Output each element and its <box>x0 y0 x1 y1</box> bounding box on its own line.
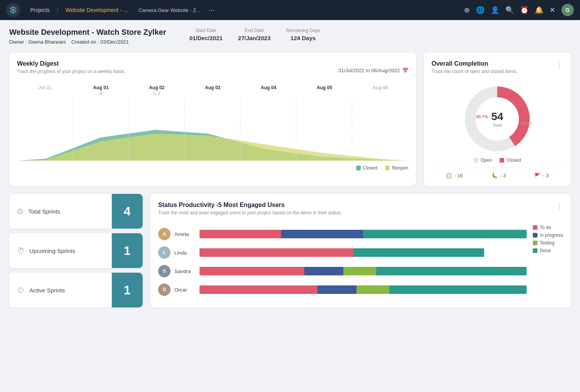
bar-legend-color <box>533 241 537 245</box>
digest-header: Weekly Digest Track the progress of your… <box>17 60 408 80</box>
stat2-value: - 3 <box>500 173 506 178</box>
remaining-days-item: Remaining Days 124 Days <box>286 28 320 41</box>
bar-legend-item: To do <box>533 225 563 230</box>
completion-legend: Open Closed <box>432 158 563 163</box>
owner-name: Geena Bharwani <box>28 39 66 45</box>
status-subtitle: Track the most and least engaged users i… <box>158 210 342 216</box>
project-info: Website Development - Watch Store Zylker… <box>9 28 166 45</box>
user-avatar: L <box>158 246 171 259</box>
bar-segment <box>200 285 317 294</box>
calendar-icon[interactable]: 📅 <box>402 68 408 73</box>
start-date-item: Start Date 01/Dec/2021 <box>189 28 223 41</box>
reopen-legend-label: Reopen <box>392 165 408 171</box>
completion-menu-dots[interactable]: ⋮ <box>555 60 563 70</box>
bar-container <box>200 230 527 238</box>
bar-segment <box>376 267 527 275</box>
weekly-digest-card: Weekly Digest Track the progress of your… <box>9 53 416 186</box>
svg-text:40.7%: 40.7% <box>476 114 488 119</box>
upcoming-sprints-card[interactable]: ⏱ Upcoming Sprints 1 <box>9 233 143 268</box>
sprint-active-icon: ⏲ <box>17 286 25 295</box>
user-row: OOmar <box>158 283 527 296</box>
sprint-icon-area-upcoming: ⏱ Upcoming Sprints <box>9 233 112 268</box>
bar-container <box>200 267 527 275</box>
user-row: LLinda <box>158 246 527 259</box>
main-content: Website Development - Watch Store Zylker… <box>0 20 580 315</box>
total-sprints-count: 4 <box>112 194 143 229</box>
completion-header: Overall Completion Track the count of op… <box>432 60 563 80</box>
topnav: Projects / Website Development - ... Cam… <box>0 0 580 20</box>
bar-legend-color <box>533 233 537 238</box>
bar-legend-item: Done <box>533 248 563 253</box>
stat1-value: - 16 <box>454 173 463 178</box>
user-avatar[interactable]: G <box>561 4 574 16</box>
legend-reopen: Reopen <box>385 165 408 171</box>
nav-projects[interactable]: Projects <box>25 7 55 13</box>
open-dot <box>474 158 478 163</box>
sprint-icon-area-total: ⊙ Total Sprints <box>9 194 112 229</box>
user-bars: AAmirtaLLindaSSandraOOmar <box>158 228 527 296</box>
closed-label: Closed <box>507 158 521 163</box>
stat1-icon: 📋 <box>446 173 452 178</box>
status-card-header: Status Productivity -5 Most Engaged User… <box>158 202 563 222</box>
remaining-label: Remaining Days <box>286 28 320 33</box>
globe-icon[interactable]: 🌐 <box>476 6 484 14</box>
nav-divider: / <box>57 6 59 14</box>
legend-closed: Closed <box>356 165 377 171</box>
user-name: Sandra <box>174 268 196 274</box>
chart-label-2: Aug 02 2, 2 <box>129 85 185 96</box>
bar-segment <box>200 230 281 238</box>
stat3-value: - 3 <box>543 173 549 178</box>
bar-legend-item: Testing <box>533 240 563 246</box>
chart-label-0: Jul 31 <box>17 85 73 96</box>
bar-segment <box>353 248 484 257</box>
completion-title-area: Overall Completion Track the count of op… <box>432 60 517 80</box>
project-header: Website Development - Watch Store Zylker… <box>9 28 571 45</box>
stat3-icon: 🚩 <box>534 173 541 178</box>
status-title-area: Status Productivity -5 Most Engaged User… <box>158 202 342 222</box>
bar-legend-color <box>533 225 537 230</box>
project-dates: Start Date 01/Dec/2021 End Date 27/Jan/2… <box>189 28 320 41</box>
user-row: SSandra <box>158 265 527 277</box>
close-icon[interactable]: ✕ <box>549 6 555 14</box>
chart-label-6: Aug 06 <box>352 85 408 96</box>
nav-active-tab[interactable]: Website Development - ... <box>60 7 133 13</box>
user-icon[interactable]: 👤 <box>491 6 499 14</box>
nav-current-page[interactable]: Camera Gear Website - Z... <box>133 7 205 13</box>
bar-container <box>200 248 527 257</box>
bell-icon[interactable]: 🔔 <box>535 6 543 14</box>
nav-more-dots[interactable]: ··· <box>206 6 218 14</box>
active-sprints-count: 1 <box>112 273 143 307</box>
user-avatar: S <box>158 265 171 277</box>
add-icon[interactable]: ⊕ <box>464 6 470 14</box>
sprint-section: ⊙ Total Sprints 4 ⏱ Upcoming Sprints 1 ⏲… <box>9 194 143 307</box>
app-logo[interactable] <box>6 3 20 17</box>
chart-legend: Closed Reopen <box>17 165 408 171</box>
status-menu-dots[interactable]: ⋮ <box>555 202 563 211</box>
clock-icon[interactable]: ⏰ <box>520 6 529 14</box>
project-meta: Owner : Geena Bharwani Created on : 03/D… <box>9 39 166 45</box>
chart-label-4: Aug 04 <box>241 85 297 96</box>
completion-subtitle: Track the count of open and closed items… <box>432 69 517 74</box>
topnav-right: ⊕ 🌐 👤 🔍 ⏰ 🔔 ✕ G <box>464 4 574 16</box>
search-icon[interactable]: 🔍 <box>505 6 514 14</box>
reopen-legend-dot <box>385 166 390 170</box>
sprint-timer-icon: ⊙ <box>17 207 24 216</box>
stat-issues: 📋 - 16 <box>446 173 463 178</box>
stat-bugs: 🐛 - 3 <box>491 173 506 178</box>
user-name: Linda <box>174 250 196 256</box>
total-sprints-card[interactable]: ⊙ Total Sprints 4 <box>9 194 143 229</box>
active-sprints-card[interactable]: ⏲ Active Sprints 1 <box>9 273 143 307</box>
bar-segment <box>389 285 527 294</box>
bar-segment <box>304 267 344 275</box>
legend-closed-completion: Closed <box>500 158 521 163</box>
digest-title: Weekly Digest <box>17 60 125 67</box>
user-avatar: O <box>158 283 171 296</box>
completion-title: Overall Completion <box>432 60 517 67</box>
upcoming-sprints-count: 1 <box>112 233 143 268</box>
created-date: 03/Dec/2021 <box>101 39 129 45</box>
legend-open: Open <box>474 158 492 163</box>
bar-legend-item: In progress <box>533 232 563 238</box>
chart-label-1: Aug 01 4 <box>73 85 129 96</box>
digest-date-range[interactable]: 31/Jul/2022 to 06/Aug/2022 📅 <box>338 68 408 73</box>
user-name: Amirta <box>174 231 196 237</box>
